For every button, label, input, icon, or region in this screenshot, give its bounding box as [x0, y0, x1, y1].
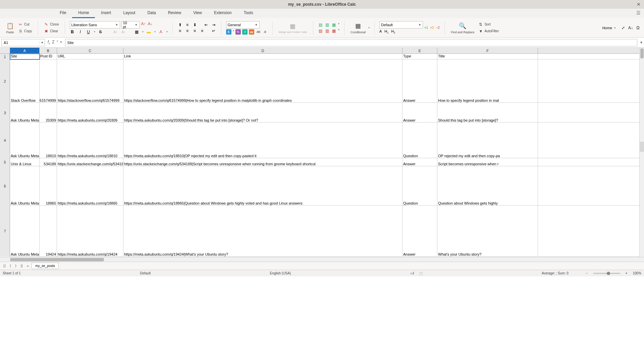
cell[interactable]: https://meta.askubuntu.com/q/18810	[57, 123, 123, 158]
paste-button[interactable]: 📋 Paste	[5, 21, 15, 35]
indent-increase-icon[interactable]: ⇥	[211, 22, 216, 28]
cell[interactable]: 20309	[40, 103, 57, 123]
insert-row-above-icon[interactable]: ▤	[318, 22, 323, 28]
cell[interactable]: Ask Ubuntu Meta	[10, 123, 40, 158]
select-all-corner[interactable]	[0, 48, 10, 53]
delete-cells-icon[interactable]: ▦	[331, 28, 337, 34]
cell[interactable]: Title	[437, 54, 538, 59]
dec-style-bad[interactable]: −2	[436, 26, 439, 30]
row-header[interactable]: 5	[0, 158, 10, 166]
find-replace-button[interactable]: 🔍 Find and Replace	[449, 21, 476, 35]
insert-col-left-icon[interactable]: ▥	[325, 22, 330, 28]
date-icon[interactable]: 📅	[249, 29, 254, 35]
menu-insert[interactable]: Insert	[95, 8, 117, 18]
superscript-icon[interactable]: Ax	[113, 29, 118, 35]
cell[interactable]: Ask Ubuntu Meta	[10, 206, 40, 257]
cell[interactable]: https://meta.askubuntu.com/q/19424	[57, 206, 123, 257]
align-bottom-icon[interactable]: ⬇	[192, 22, 198, 28]
cell[interactable]: Answer	[402, 59, 437, 103]
cell[interactable]: Question	[402, 123, 437, 158]
add-decimal-icon[interactable]: .00	[256, 29, 261, 35]
sort-button[interactable]: ⇅Sort	[477, 21, 500, 28]
cell[interactable]: Ask Ubuntu Meta	[10, 166, 40, 206]
cell[interactable]: Script becomes unresponsive when r	[437, 158, 538, 166]
cell[interactable]: 18865	[40, 166, 57, 206]
cell[interactable]: Site	[10, 54, 40, 59]
cell[interactable]: Type	[402, 54, 437, 59]
cell[interactable]: Ask Ubuntu Meta	[10, 103, 40, 123]
conditional-button[interactable]: ▦ Conditional	[349, 21, 367, 35]
cell[interactable]: Answer	[402, 103, 437, 123]
border-button[interactable]: ▦	[134, 29, 140, 35]
zoom-out-icon[interactable]: ⤢	[621, 25, 626, 31]
sum-icon[interactable]: Σ	[52, 40, 54, 45]
home-label[interactable]: Home	[602, 26, 612, 30]
last-sheet-icon[interactable]: ⟩|	[19, 264, 24, 268]
zoom-out-button[interactable]: −	[586, 271, 588, 275]
zoom-slider[interactable]	[593, 273, 620, 274]
font-name-combo[interactable]: Liberation Sans▼	[70, 21, 120, 29]
heading-style-h2[interactable]: H2	[391, 29, 395, 34]
hamburger-icon[interactable]: ☰	[636, 10, 641, 15]
row-header[interactable]: 7	[0, 206, 10, 257]
menu-layout[interactable]: Layout	[117, 8, 141, 18]
sort-asc-icon[interactable]: A↓	[628, 25, 633, 31]
remove-decimal-icon[interactable]: .0	[262, 29, 268, 35]
dec-style-neutral[interactable]: ±0	[430, 26, 434, 30]
menu-tools[interactable]: Tools	[238, 8, 259, 18]
align-center-icon[interactable]: ≡	[185, 28, 190, 34]
cell[interactable]: 534189	[40, 158, 57, 166]
clear-button[interactable]: ✖Clear	[43, 28, 60, 34]
menu-review[interactable]: Review	[162, 8, 187, 18]
menu-data[interactable]: Data	[141, 8, 162, 18]
col-header-c[interactable]: C	[57, 48, 123, 53]
menu-file[interactable]: File	[54, 8, 72, 18]
highlight-button[interactable]: ▬	[146, 29, 152, 35]
function-wizard-icon[interactable]: fx	[48, 40, 50, 45]
insert-cells-icon[interactable]: ▦	[331, 22, 337, 28]
align-justify-icon[interactable]: ≡	[200, 28, 205, 34]
insert-mode-icon[interactable]: ▭I	[410, 271, 414, 275]
cell[interactable]: https://meta.askubuntu.com/q/19424|What'…	[123, 206, 402, 257]
row-header[interactable]: 2	[0, 59, 10, 103]
chevron-down-icon[interactable]: ▼	[39, 41, 45, 44]
col-header-e[interactable]: E	[402, 48, 437, 53]
number-format-combo[interactable]: General▼	[226, 21, 260, 29]
cell[interactable]: URL	[57, 54, 123, 59]
formula-input[interactable]	[65, 39, 637, 46]
cell-style-combo[interactable]: Default▼	[379, 21, 423, 29]
cell[interactable]: Should this tag be put into [storage]?	[437, 103, 538, 123]
cell[interactable]: Stack Overflow	[10, 59, 40, 103]
align-middle-icon[interactable]: ≡	[185, 22, 190, 28]
vertical-scrollbar[interactable]	[639, 48, 644, 257]
heading-style-a[interactable]: A	[379, 29, 382, 34]
cell[interactable]: 61574999	[40, 59, 57, 103]
cell[interactable]: https://stackoverflow.com/q/61574999|How…	[123, 59, 402, 103]
col-header-f[interactable]: F	[437, 48, 538, 53]
italic-button[interactable]: I	[78, 29, 83, 35]
col-header-d[interactable]: D	[123, 48, 402, 53]
cell[interactable]: Link	[123, 54, 402, 59]
menu-view[interactable]: View	[187, 8, 208, 18]
font-color-button[interactable]: A	[158, 29, 164, 35]
cell[interactable]: https://meta.askubuntu.com/q/20309	[57, 103, 123, 123]
cell[interactable]: https://meta.askubuntu.com/q/18865|Quest…	[123, 166, 402, 206]
menu-home[interactable]: Home	[72, 8, 95, 18]
cell[interactable]: https://meta.askubuntu.com/q/18865	[57, 166, 123, 206]
delete-col-icon[interactable]: ▥	[325, 28, 330, 34]
autofilter-button[interactable]: ▼AutoFilter	[477, 28, 500, 34]
zoom-in-button[interactable]: +	[626, 271, 628, 275]
delete-row-icon[interactable]: ▤	[318, 28, 323, 34]
cell[interactable]: 18810	[40, 123, 57, 158]
row-header[interactable]: 1	[0, 54, 10, 59]
special-char-icon[interactable]: Ω	[635, 25, 641, 31]
percent-icon[interactable]: %	[235, 29, 241, 35]
cell[interactable]: https://unix.stackexchange.com/q/534189	[57, 158, 123, 166]
heading-style-h1[interactable]: H1	[384, 29, 388, 34]
strikethrough-button[interactable]: S	[98, 29, 103, 35]
align-top-icon[interactable]: ⬆	[177, 22, 183, 28]
close-icon[interactable]: ✕	[637, 2, 641, 7]
cell[interactable]: Unix & Linux	[10, 158, 40, 166]
col-header-b[interactable]: B	[40, 48, 57, 53]
row-header[interactable]: 3	[0, 103, 10, 123]
